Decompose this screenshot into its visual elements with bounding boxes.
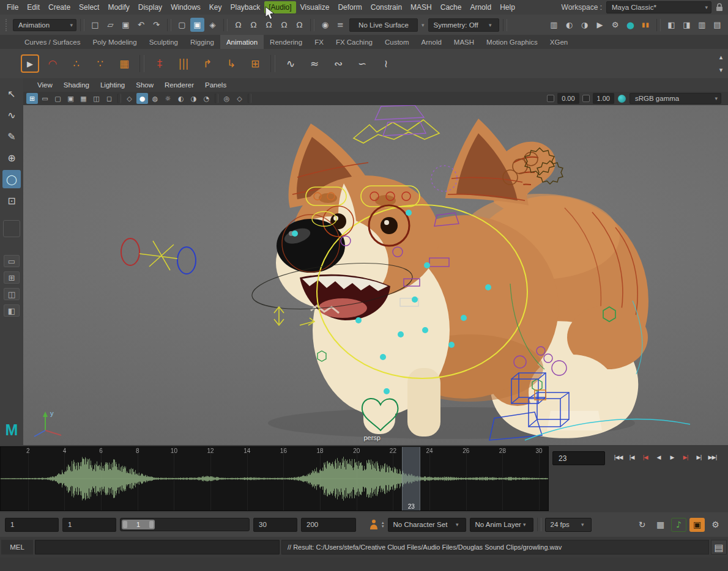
outliner-persp-layout-icon[interactable]: ◧ xyxy=(4,304,20,317)
redo-icon[interactable]: ↷ xyxy=(149,18,163,32)
step-forward-frame-button[interactable]: ▶| xyxy=(693,451,705,464)
wireframe-mode-icon[interactable]: ◇ xyxy=(124,93,135,104)
move-tool-icon[interactable]: ⊕ xyxy=(2,149,21,167)
timeline-tick-18[interactable]: 18 xyxy=(317,448,324,454)
corgi-right-eye[interactable] xyxy=(381,217,398,234)
set-key-icon[interactable]: ‡ xyxy=(149,53,170,74)
smooth-shade-mode-icon[interactable]: ● xyxy=(136,93,148,104)
ipr-render-icon[interactable]: ◑ xyxy=(578,18,592,32)
vp-divider[interactable] xyxy=(117,94,121,103)
toolbar-grip[interactable] xyxy=(6,19,9,31)
gate-mask-icon[interactable]: ▣ xyxy=(65,93,76,104)
vp-menu-panels[interactable]: Panels xyxy=(199,80,232,90)
resolution-gate-icon[interactable]: ▢ xyxy=(52,93,64,104)
tab-fx-caching[interactable]: FX Caching xyxy=(330,35,379,49)
make-live-icon[interactable]: ◉ xyxy=(318,18,332,32)
toolbar-divider[interactable] xyxy=(223,19,228,31)
render-settings-icon[interactable]: ⚙ xyxy=(608,18,622,32)
grid-toggle-icon[interactable]: ⊞ xyxy=(26,93,38,104)
tab-curves-surfaces[interactable]: Curves / Surfaces xyxy=(18,35,86,49)
set-driven-key-options-icon[interactable]: ≈ xyxy=(304,53,325,74)
menu-constrain[interactable]: Constrain xyxy=(366,1,406,13)
tool-settings-toggle-icon[interactable]: ◨ xyxy=(680,18,694,32)
chevron-down-icon[interactable]: ▾ xyxy=(420,22,426,28)
rig-head-arrow[interactable] xyxy=(354,120,439,143)
vp-menu-view[interactable]: View xyxy=(32,80,58,90)
vp-menu-renderer[interactable]: Renderer xyxy=(159,80,199,90)
use-all-lights-icon[interactable]: ☼ xyxy=(162,93,174,104)
play-backwards-button[interactable]: ◀ xyxy=(652,451,665,464)
construction-history-icon[interactable]: ≡ xyxy=(333,18,347,32)
side-by-side-layout-icon[interactable]: ◫ xyxy=(4,288,20,300)
menu-modify[interactable]: Modify xyxy=(103,1,133,13)
attribute-editor-toggle-icon[interactable]: ◧ xyxy=(664,18,678,32)
snap-to-projected-center-icon[interactable]: Ω xyxy=(277,18,291,32)
safe-action-icon[interactable]: ◫ xyxy=(91,93,102,104)
motion-trail-icon[interactable]: ◠ xyxy=(42,53,63,74)
continuous-playback-icon[interactable]: ↻ xyxy=(634,518,650,532)
field-chart-icon[interactable]: ▦ xyxy=(78,93,89,104)
snap-to-curves-icon[interactable]: Ω xyxy=(247,18,261,32)
menu-deform[interactable]: Deform xyxy=(333,1,366,13)
tab-motion-graphics[interactable]: Motion Graphics xyxy=(480,35,544,49)
ghost-frames-icon[interactable]: ∵ xyxy=(90,53,111,74)
menu-select[interactable]: Select xyxy=(75,1,103,13)
menu-edit[interactable]: Edit xyxy=(23,1,44,13)
view-transform-selector[interactable]: sRGB gamma ▾ xyxy=(630,93,721,104)
live-surface-field[interactable]: No Live Surface xyxy=(349,18,418,32)
save-scene-icon[interactable]: ▣ xyxy=(119,18,133,32)
cached-playback-icon[interactable]: ▣ xyxy=(689,518,705,532)
vp-divider[interactable] xyxy=(248,94,251,103)
timeline-tick-8[interactable]: 8 xyxy=(136,448,139,454)
menu-help[interactable]: Help xyxy=(496,1,519,13)
timeline-tick-22[interactable]: 22 xyxy=(390,448,396,454)
exposure-field[interactable]: 0.00 xyxy=(557,93,579,104)
ghost-icon[interactable]: ∴ xyxy=(66,53,87,74)
scale-tool-icon[interactable]: ⊡ xyxy=(2,191,21,210)
film-gate-icon[interactable]: ▭ xyxy=(39,93,51,104)
step-back-key-button[interactable]: |◀ xyxy=(639,451,652,464)
rig-jaw-arrow[interactable] xyxy=(274,307,284,325)
timeline[interactable]: 24681012141618202224262830 23 xyxy=(0,446,549,511)
render-view-icon[interactable]: ▥ xyxy=(547,18,561,32)
timeline-tick-6[interactable]: 6 xyxy=(99,448,103,454)
snap-to-view-planes-icon[interactable]: Ω xyxy=(292,18,306,32)
gamma-toggle-icon[interactable] xyxy=(582,95,590,102)
range-slider-handle[interactable]: 1 xyxy=(122,520,155,529)
paint-select-tool-icon[interactable]: ✎ xyxy=(2,127,21,146)
paste-keys-icon[interactable]: ⊞ xyxy=(245,53,266,74)
vp-menu-show[interactable]: Show xyxy=(130,80,159,90)
tab-rendering[interactable]: Rendering xyxy=(264,35,308,49)
command-input[interactable] xyxy=(35,540,280,554)
timeline-tick-10[interactable]: 10 xyxy=(171,448,177,454)
symmetry-selector[interactable]: Symmetry: Off ▾ xyxy=(428,18,499,32)
menu-playback[interactable]: Playback xyxy=(226,1,265,13)
toolbar-divider[interactable] xyxy=(503,19,507,31)
tab-custom[interactable]: Custom xyxy=(379,35,415,49)
motion-path-key-icon[interactable]: ∾ xyxy=(328,53,349,74)
tab-xgen[interactable]: XGen xyxy=(544,35,574,49)
set-driven-key-icon[interactable]: ∿ xyxy=(280,53,301,74)
play-forwards-button[interactable]: ▶ xyxy=(666,451,678,464)
animation-end-field[interactable]: 200 xyxy=(301,518,356,532)
audio-toggle-icon[interactable]: ♪ xyxy=(671,518,686,532)
render-current-frame-icon[interactable]: ◐ xyxy=(562,18,576,32)
menu-set-selector[interactable]: Animation ▾ xyxy=(13,19,76,31)
tab-fx[interactable]: FX xyxy=(308,35,330,49)
euler-filter-icon[interactable]: ≀ xyxy=(376,53,396,74)
screen-space-ao-icon[interactable]: ◑ xyxy=(188,93,199,104)
toolbar-divider[interactable] xyxy=(537,518,541,531)
menu-arnold[interactable]: Arnold xyxy=(466,1,496,13)
motion-blur-toggle-icon[interactable]: ◔ xyxy=(201,93,212,104)
tab-arnold[interactable]: Arnold xyxy=(415,35,448,49)
undo-icon[interactable]: ↶ xyxy=(134,18,148,32)
menu-key[interactable]: Key xyxy=(205,1,226,13)
tab-mash[interactable]: MASH xyxy=(448,35,480,49)
rotate-tool-icon[interactable]: ◯ xyxy=(2,170,21,188)
shelf-divider[interactable] xyxy=(139,55,144,72)
textured-mode-icon[interactable]: ◍ xyxy=(149,93,161,104)
viewport-3d-canvas[interactable]: y persp xyxy=(23,105,728,445)
shelf-scroll-up-icon[interactable]: ▴ xyxy=(715,51,727,63)
toolbar-divider[interactable] xyxy=(80,19,84,31)
fps-selector[interactable]: 24 fps ▾ xyxy=(545,518,592,532)
